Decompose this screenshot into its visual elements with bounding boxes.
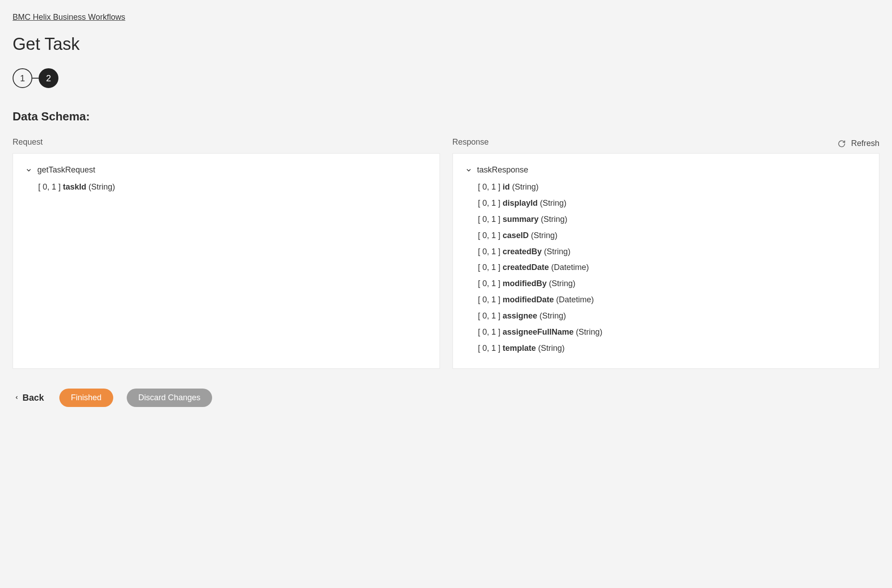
field-type: (String)	[86, 182, 115, 191]
field-name: displayId	[503, 199, 538, 208]
field-name: template	[503, 344, 536, 353]
field-type: (String)	[536, 344, 565, 353]
field-name: assigneeFullName	[503, 327, 574, 336]
response-fields: [ 0, 1 ] id (String)[ 0, 1 ] displayId (…	[466, 179, 867, 357]
chevron-down-icon	[26, 167, 32, 173]
breadcrumb[interactable]: BMC Helix Business Workflows	[13, 13, 125, 22]
request-root[interactable]: getTaskRequest	[26, 165, 427, 175]
field-cardinality: [ 0, 1 ]	[478, 344, 503, 353]
field-type: (String)	[542, 247, 571, 256]
field-name: assignee	[503, 311, 537, 320]
field-cardinality: [ 0, 1 ]	[478, 215, 503, 224]
response-root-label: taskResponse	[477, 165, 528, 175]
field-type: (String)	[529, 231, 558, 240]
page-title: Get Task	[13, 35, 879, 54]
schema-field: [ 0, 1 ] assigneeFullName (String)	[478, 324, 867, 340]
field-name: summary	[503, 215, 539, 224]
field-type: (Datetime)	[554, 295, 594, 304]
field-cardinality: [ 0, 1 ]	[478, 263, 503, 272]
chevron-down-icon	[466, 167, 472, 173]
section-title: Data Schema:	[13, 110, 879, 124]
schema-field: [ 0, 1 ] caseID (String)	[478, 228, 867, 244]
response-root[interactable]: taskResponse	[466, 165, 867, 175]
field-name: createdDate	[503, 263, 549, 272]
schema-field: [ 0, 1 ] taskId (String)	[38, 179, 427, 195]
field-type: (String)	[538, 199, 567, 208]
field-name: modifiedDate	[503, 295, 554, 304]
response-panel: taskResponse [ 0, 1 ] id (String)[ 0, 1 …	[453, 153, 880, 369]
field-type: (String)	[537, 311, 566, 320]
field-cardinality: [ 0, 1 ]	[38, 182, 63, 191]
response-label: Response	[453, 137, 880, 147]
step-1[interactable]: 1	[13, 68, 32, 88]
field-name: taskId	[63, 182, 86, 191]
request-label: Request	[13, 137, 440, 147]
schema-field: [ 0, 1 ] template (String)	[478, 340, 867, 357]
field-name: createdBy	[503, 247, 542, 256]
field-cardinality: [ 0, 1 ]	[478, 311, 503, 320]
schema-field: [ 0, 1 ] assignee (String)	[478, 308, 867, 324]
schema-field: [ 0, 1 ] id (String)	[478, 179, 867, 195]
field-name: modifiedBy	[503, 279, 547, 288]
field-cardinality: [ 0, 1 ]	[478, 247, 503, 256]
request-root-label: getTaskRequest	[37, 165, 95, 175]
field-type: (String)	[547, 279, 576, 288]
field-cardinality: [ 0, 1 ]	[478, 295, 503, 304]
back-label: Back	[22, 393, 44, 403]
field-cardinality: [ 0, 1 ]	[478, 327, 503, 336]
field-type: (String)	[574, 327, 603, 336]
field-name: caseID	[503, 231, 529, 240]
schema-field: [ 0, 1 ] displayId (String)	[478, 195, 867, 212]
field-type: (String)	[510, 182, 539, 191]
field-type: (String)	[539, 215, 568, 224]
field-name: id	[503, 182, 510, 191]
field-type: (Datetime)	[549, 263, 589, 272]
field-cardinality: [ 0, 1 ]	[478, 279, 503, 288]
back-button[interactable]: Back	[13, 393, 46, 403]
step-connector	[32, 78, 39, 79]
field-cardinality: [ 0, 1 ]	[478, 231, 503, 240]
discard-button[interactable]: Discard Changes	[127, 389, 212, 407]
schema-field: [ 0, 1 ] createdDate (Datetime)	[478, 260, 867, 276]
request-panel: getTaskRequest [ 0, 1 ] taskId (String)	[13, 153, 440, 369]
request-fields: [ 0, 1 ] taskId (String)	[26, 179, 427, 195]
step-2[interactable]: 2	[39, 68, 58, 88]
schema-field: [ 0, 1 ] createdBy (String)	[478, 244, 867, 260]
stepper: 1 2	[13, 68, 879, 88]
chevron-left-icon	[14, 395, 19, 400]
schema-field: [ 0, 1 ] modifiedBy (String)	[478, 276, 867, 292]
schema-field: [ 0, 1 ] modifiedDate (Datetime)	[478, 292, 867, 308]
field-cardinality: [ 0, 1 ]	[478, 182, 503, 191]
field-cardinality: [ 0, 1 ]	[478, 199, 503, 208]
finished-button[interactable]: Finished	[59, 389, 113, 407]
schema-field: [ 0, 1 ] summary (String)	[478, 212, 867, 228]
